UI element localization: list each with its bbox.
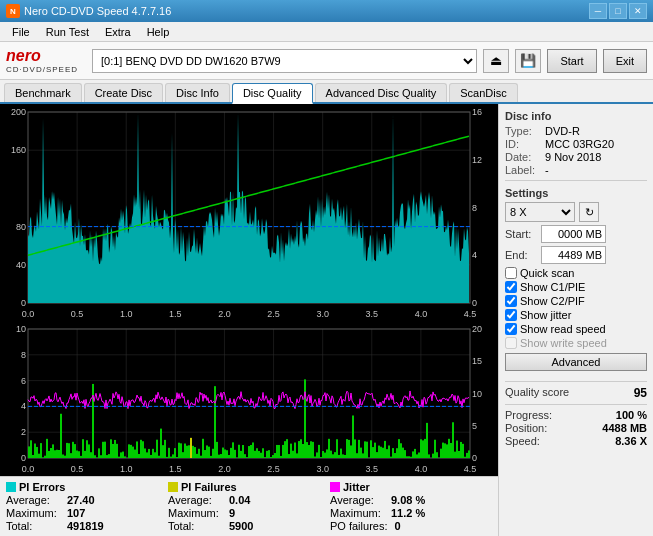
pi-failures-max-label: Maximum: [168,507,226,519]
charts-area: PI Errors Average: 27.40 Maximum: 107 To… [0,104,498,536]
pi-failures-avg-label: Average: [168,494,226,506]
app-title: Nero CD-DVD Speed 4.7.7.16 [24,5,171,17]
menu-run-test[interactable]: Run Test [38,24,97,40]
tab-disc-info[interactable]: Disc Info [165,83,230,102]
pi-failures-total-label: Total: [168,520,226,532]
progress-label: Progress: [505,409,552,421]
position-value: 4488 MB [602,422,647,434]
start-mb-input[interactable] [541,225,606,243]
menu-extra[interactable]: Extra [97,24,139,40]
speed-label: Speed: [505,435,540,447]
tab-disc-quality[interactable]: Disc Quality [232,83,313,104]
speed-select[interactable]: 8 X Max 2 X 4 X 12 X 16 X [505,202,575,222]
progress-value: 100 % [616,409,647,421]
disc-type-row: Type: DVD-R [505,125,647,137]
pi-errors-title: PI Errors [19,481,65,493]
pi-errors-total-label: Total: [6,520,64,532]
speed-row-info: Speed: 8.36 X [505,435,647,447]
disc-id-label: ID: [505,138,545,150]
po-failures-value: 0 [394,520,400,532]
show-c1pie-checkbox[interactable] [505,281,517,293]
eject-button[interactable]: ⏏ [483,49,509,73]
end-mb-label: End: [505,249,537,261]
legend-pi-errors: PI Errors Average: 27.40 Maximum: 107 To… [6,481,168,532]
start-mb-label: Start: [505,228,537,240]
start-button[interactable]: Start [547,49,596,73]
disc-date-label: Date: [505,151,545,163]
jitter-icon [330,482,340,492]
po-failures-label: PO failures: [330,520,387,532]
jitter-title: Jitter [343,481,370,493]
show-write-speed-row: Show write speed [505,337,647,349]
close-button[interactable]: ✕ [629,3,647,19]
quick-scan-checkbox[interactable] [505,267,517,279]
position-row: Position: 4488 MB [505,422,647,434]
advanced-button[interactable]: Advanced [505,353,647,371]
quality-score-value: 95 [634,386,647,400]
logo-nero: nero [6,47,78,65]
end-mb-row: End: [505,246,647,264]
minimize-button[interactable]: ─ [589,3,607,19]
drive-select[interactable]: [0:1] BENQ DVD DD DW1620 B7W9 [92,49,477,73]
jitter-avg-value: 9.08 % [391,494,425,506]
show-write-speed-checkbox[interactable] [505,337,517,349]
main-content: PI Errors Average: 27.40 Maximum: 107 To… [0,104,653,536]
title-bar-buttons: ─ □ ✕ [589,3,647,19]
menu-help[interactable]: Help [139,24,178,40]
show-jitter-label: Show jitter [520,309,571,321]
pi-failures-title: PI Failures [181,481,237,493]
legend: PI Errors Average: 27.40 Maximum: 107 To… [0,476,498,536]
quality-score-row: Quality score 95 [505,386,647,400]
tab-scan-disc[interactable]: ScanDisc [449,83,517,102]
show-jitter-checkbox[interactable] [505,309,517,321]
show-write-speed-label: Show write speed [520,337,607,349]
chart-bottom [0,321,498,476]
tab-advanced-disc-quality[interactable]: Advanced Disc Quality [315,83,448,102]
show-c2pif-checkbox[interactable] [505,295,517,307]
pi-errors-total-value: 491819 [67,520,104,532]
pi-failures-icon [168,482,178,492]
top-chart-canvas [0,104,498,321]
disc-label-row: Label: - [505,164,647,176]
pi-errors-avg-value: 27.40 [67,494,95,506]
save-button[interactable]: 💾 [515,49,541,73]
maximize-button[interactable]: □ [609,3,627,19]
speed-row: 8 X Max 2 X 4 X 12 X 16 X ↻ [505,202,647,222]
divider-2 [505,381,647,382]
quality-score-label: Quality score [505,386,569,400]
legend-pi-failures: PI Failures Average: 0.04 Maximum: 9 Tot… [168,481,330,532]
disc-date-value: 9 Nov 2018 [545,151,601,163]
tab-benchmark[interactable]: Benchmark [4,83,82,102]
end-mb-input[interactable] [541,246,606,264]
disc-id-value: MCC 03RG20 [545,138,614,150]
app-icon: N [6,4,20,18]
jitter-max-value: 11.2 % [391,507,425,519]
jitter-max-label: Maximum: [330,507,388,519]
exit-button[interactable]: Exit [603,49,647,73]
disc-label-value: - [545,164,549,176]
settings-title: Settings [505,187,647,199]
pi-failures-avg-value: 0.04 [229,494,250,506]
disc-label-label: Label: [505,164,545,176]
menu-file[interactable]: File [4,24,38,40]
progress-row: Progress: 100 % [505,409,647,421]
quick-scan-row: Quick scan [505,267,647,279]
logo: nero CD·DVD/SPEED [6,47,78,74]
legend-jitter: Jitter Average: 9.08 % Maximum: 11.2 % P… [330,481,492,532]
pi-failures-max-value: 9 [229,507,235,519]
toolbar: nero CD·DVD/SPEED [0:1] BENQ DVD DD DW16… [0,42,653,80]
refresh-button[interactable]: ↻ [579,202,599,222]
show-c1pie-row: Show C1/PIE [505,281,647,293]
jitter-avg-label: Average: [330,494,388,506]
tab-create-disc[interactable]: Create Disc [84,83,163,102]
tabs: Benchmark Create Disc Disc Info Disc Qua… [0,80,653,104]
disc-type-label: Type: [505,125,545,137]
show-read-speed-checkbox[interactable] [505,323,517,335]
speed-value: 8.36 X [615,435,647,447]
pi-errors-max-label: Maximum: [6,507,64,519]
disc-info-title: Disc info [505,110,647,122]
quick-scan-label: Quick scan [520,267,574,279]
chart-top [0,104,498,321]
show-read-speed-label: Show read speed [520,323,606,335]
title-bar: N Nero CD-DVD Speed 4.7.7.16 ─ □ ✕ [0,0,653,22]
